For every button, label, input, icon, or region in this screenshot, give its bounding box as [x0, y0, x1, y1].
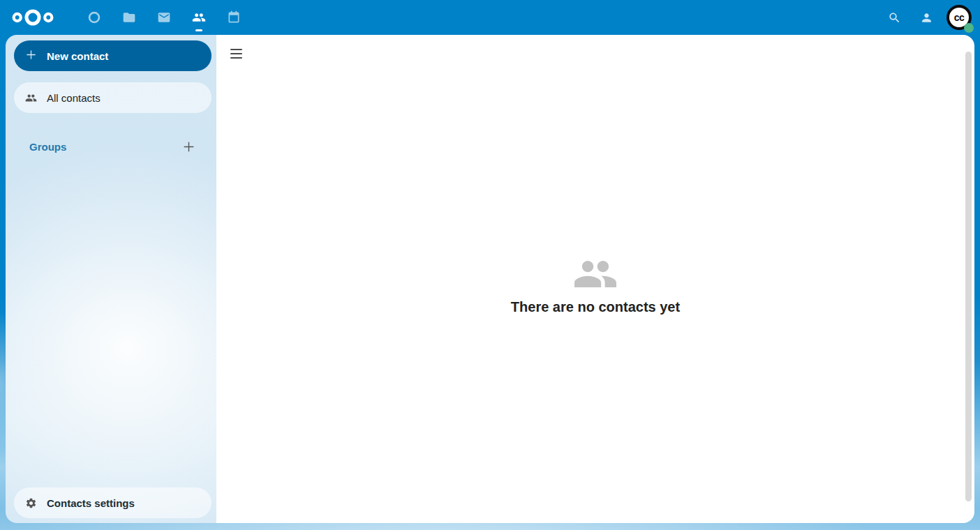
contacts-icon	[192, 10, 206, 24]
new-contact-button[interactable]: New contact	[14, 40, 211, 71]
contacts-menu-button[interactable]	[910, 0, 942, 35]
empty-state-title: There are no contacts yet	[511, 299, 680, 315]
mail-icon	[157, 10, 171, 24]
user-menu[interactable]: cc	[946, 5, 972, 30]
app-files[interactable]	[112, 0, 147, 35]
empty-state: There are no contacts yet	[216, 35, 974, 523]
gear-icon	[25, 497, 37, 509]
files-icon	[122, 10, 136, 24]
plus-icon	[182, 140, 195, 153]
app-mail[interactable]	[147, 0, 181, 35]
contacts-settings-label: Contacts settings	[47, 497, 135, 509]
dashboard-icon	[87, 10, 101, 24]
toggle-sidebar-button[interactable]	[223, 41, 248, 66]
app-content-frame: New contact All contacts Groups Contacts…	[6, 35, 974, 523]
sidebar-item-all-contacts[interactable]: All contacts	[14, 82, 211, 113]
scrollbar[interactable]	[965, 52, 972, 501]
search-button[interactable]	[878, 0, 910, 35]
top-bar: cc	[0, 0, 980, 35]
nextcloud-logo[interactable]	[0, 0, 66, 35]
contacts-sidebar: New contact All contacts Groups Contacts…	[6, 35, 216, 523]
nextcloud-logo-icon	[11, 9, 54, 26]
group-icon	[25, 92, 37, 104]
contacts-settings-button[interactable]: Contacts settings	[14, 487, 211, 518]
app-contacts[interactable]	[181, 0, 216, 35]
new-contact-label: New contact	[47, 50, 108, 62]
all-contacts-label: All contacts	[47, 92, 101, 104]
contacts-main-area: There are no contacts yet	[216, 35, 974, 523]
app-navigation	[77, 0, 251, 35]
plus-icon	[25, 49, 37, 63]
active-app-indicator	[195, 29, 202, 31]
groups-label: Groups	[29, 141, 66, 153]
online-status-dot	[964, 23, 974, 33]
header-right: cc	[878, 0, 980, 35]
app-dashboard[interactable]	[77, 0, 112, 35]
hamburger-icon	[230, 49, 242, 50]
search-icon	[888, 11, 901, 24]
group-icon	[574, 259, 616, 289]
person-icon	[920, 11, 933, 24]
add-group-button[interactable]	[175, 132, 202, 160]
app-calendar[interactable]	[216, 0, 251, 35]
groups-section-header: Groups	[14, 131, 208, 162]
calendar-icon	[227, 10, 241, 24]
